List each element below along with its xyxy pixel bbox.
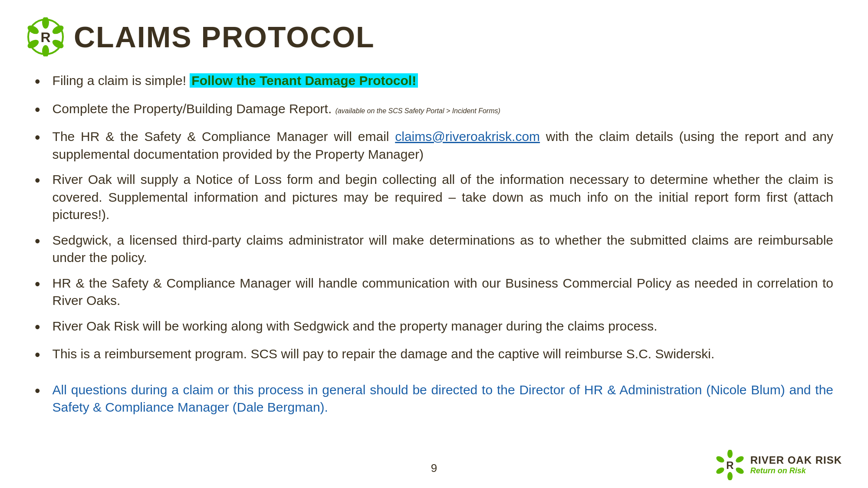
bullet-dot: • — [35, 231, 40, 252]
bullet-dot: • — [35, 380, 40, 402]
list-item-blue: • All questions during a claim or this p… — [35, 381, 833, 416]
list-item: • Complete the Property/Building Damage … — [35, 100, 833, 121]
bottom-logo-text: RIVER OAK RISK Return on Risk — [750, 455, 842, 475]
list-item: • River Oak will supply a Notice of Loss… — [35, 171, 833, 224]
bullet-text: Complete the Property/Building Damage Re… — [53, 100, 833, 118]
page-title: CLAIMS PROTOCOL — [74, 20, 375, 54]
bottom-logo: R RIVER OAK RISK Return on Risk — [715, 450, 842, 480]
bullet-text: Sedgwick, a licensed third-party claims … — [53, 232, 833, 267]
email-link[interactable]: claims@riveroakrisk.com — [395, 129, 540, 144]
bottom-logo-tagline: Return on Risk — [750, 466, 842, 475]
list-item: • River Oak Risk will be working along w… — [35, 318, 833, 338]
bullet-list: • Filing a claim is simple! Follow the T… — [35, 72, 833, 416]
svg-point-4 — [42, 45, 49, 56]
bullet-text: This is a reimbursement program. SCS wil… — [53, 345, 833, 363]
bullet-dot: • — [35, 170, 40, 191]
bullet-text: River Oak Risk will be working along wit… — [53, 318, 833, 335]
highlight-follow-protocol: Follow the Tenant Damage Protocol! — [190, 73, 418, 88]
page: R CLAIMS PROTOCOL • Filing a claim is si… — [0, 0, 868, 488]
bullet-text: Filing a claim is simple! Follow the Ten… — [53, 72, 833, 90]
svg-text:R: R — [40, 29, 50, 45]
list-item: • The HR & the Safety & Compliance Manag… — [35, 128, 833, 163]
svg-point-12 — [715, 466, 725, 475]
bullet-text: River Oak will supply a Notice of Loss f… — [53, 171, 833, 224]
svg-text:R: R — [726, 459, 733, 471]
svg-point-9 — [734, 455, 744, 464]
bullet-text: HR & the Safety & Compliance Manager wil… — [53, 275, 833, 310]
bullet-dot: • — [35, 127, 40, 148]
bullet-text: The HR & the Safety & Compliance Manager… — [53, 128, 833, 163]
bullet-dot: • — [35, 317, 40, 338]
bullet-dot: • — [35, 99, 40, 121]
svg-point-13 — [715, 455, 725, 464]
svg-point-1 — [42, 17, 49, 29]
bullet-dot: • — [35, 274, 40, 295]
page-number: 9 — [431, 462, 437, 475]
small-note: (available on the SCS Safety Portal > In… — [335, 107, 500, 115]
list-item: • Sedgwick, a licensed third-party claim… — [35, 232, 833, 267]
logo-icon: R — [26, 17, 65, 56]
svg-point-10 — [734, 466, 744, 475]
bullet-dot: • — [35, 71, 40, 92]
bottom-logo-name: RIVER OAK RISK — [750, 455, 842, 466]
svg-point-8 — [727, 450, 733, 458]
header: R CLAIMS PROTOCOL — [26, 17, 833, 56]
bullet-dot: • — [35, 344, 40, 366]
list-item: • This is a reimbursement program. SCS w… — [35, 345, 833, 366]
bullet-text-blue: All questions during a claim or this pro… — [53, 381, 833, 416]
svg-point-11 — [727, 472, 733, 480]
list-item: • Filing a claim is simple! Follow the T… — [35, 72, 833, 92]
bottom-logo-icon: R — [715, 450, 745, 480]
list-item: • HR & the Safety & Compliance Manager w… — [35, 275, 833, 310]
